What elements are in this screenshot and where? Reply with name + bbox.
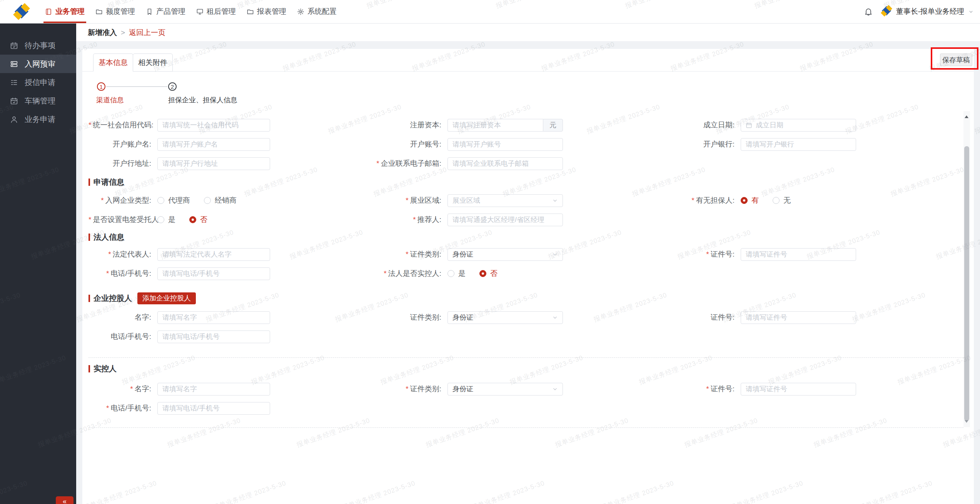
nav-item-label: 产品管理 (156, 7, 185, 17)
field-法人是否实控人-radio-否[interactable]: 否 (479, 269, 498, 279)
sidebar-item-入网预审[interactable]: 入网预审 (0, 55, 76, 73)
field-证件号 (741, 248, 856, 261)
sidebar-item-业务申请[interactable]: 业务申请 (0, 110, 76, 129)
sidebar-item-待办事项[interactable]: 待办事项 (0, 36, 76, 55)
section-title: 企业控股人 (93, 293, 132, 304)
nav-item-系统配置[interactable]: 系统配置 (296, 0, 338, 23)
save-draft-button[interactable]: 保存草稿 (940, 53, 972, 66)
step-circle-2: 2 (168, 82, 177, 91)
radio-dot (157, 216, 164, 223)
field-展业区域-value: 展业区域 (452, 196, 480, 205)
step-label: 担保企业、担保人信息 (168, 95, 237, 105)
field-法定代表人-input[interactable] (157, 248, 270, 261)
add-shareholder-button[interactable]: 添加企业控股人 (137, 292, 196, 304)
radio-dot (773, 197, 780, 204)
scrollbar-thumb[interactable] (964, 146, 969, 421)
nav-item-报表管理[interactable]: 报表管理 (245, 0, 288, 23)
scrollbar-down-arrow[interactable] (965, 420, 968, 425)
chevron-down-icon (552, 386, 558, 392)
sidebar-item-授信申请[interactable]: 授信申请 (0, 73, 76, 92)
field-label: 电话/手机号: (88, 269, 157, 279)
field-label: 证件号: (563, 384, 741, 394)
tab-基本信息[interactable]: 基本信息 (93, 53, 133, 72)
radio-label: 代理商 (168, 195, 190, 205)
field-名字-input[interactable] (157, 383, 270, 396)
field-证件类别-value: 身份证 (452, 313, 473, 322)
field-电话手机号 (157, 330, 270, 343)
journal-icon (45, 8, 52, 15)
field-label: 证件号: (563, 312, 741, 322)
field-统一社会信用代码-input[interactable] (157, 119, 270, 132)
user-menu[interactable]: 董事长-报单业务经理 (881, 5, 974, 18)
field-label: 证件类别: (270, 312, 447, 322)
field-有无担保人-radio-有[interactable]: 有 (741, 195, 759, 205)
field-label: 电话/手机号: (88, 332, 157, 342)
nav-item-label: 额度管理 (106, 7, 135, 17)
field-开户账户名-input[interactable] (157, 138, 270, 151)
field-label: 展业区域: (270, 195, 447, 205)
field-成立日期-date-picker[interactable]: 成立日期 (741, 119, 856, 132)
field-入网企业类型-radio-经销商[interactable]: 经销商 (204, 195, 237, 205)
field-开户银行-input[interactable] (741, 138, 856, 151)
nav-item-租后管理[interactable]: 租后管理 (195, 0, 237, 23)
chevron-down-icon (552, 252, 558, 257)
field-统一社会信用代码 (157, 119, 270, 132)
field-电话手机号-input[interactable] (157, 330, 270, 343)
scrollbar-up-arrow[interactable] (965, 113, 968, 118)
field-注册资本-group: 元 (447, 119, 563, 132)
field-证件类别: 身份证 (447, 248, 563, 261)
radio-label: 否 (200, 215, 207, 225)
field-证件类别-select[interactable]: 身份证 (447, 383, 563, 396)
field-证件号-input[interactable] (741, 383, 856, 396)
field-开户行地址-input[interactable] (157, 157, 270, 170)
field-法人是否实控人-radio-是[interactable]: 是 (447, 269, 466, 279)
field-证件类别: 身份证 (447, 383, 563, 396)
notification-bell-icon[interactable] (864, 7, 873, 16)
field-企业联系电子邮箱-input[interactable] (447, 157, 563, 170)
section-accent-bar (88, 179, 90, 186)
radio-dot (189, 216, 196, 223)
field-label: 有无担保人: (563, 195, 741, 205)
breadcrumb-current: 新增准入 (88, 28, 117, 38)
field-证件号-input[interactable] (741, 311, 856, 324)
top-navbar: 业务管理额度管理产品管理租后管理报表管理系统配置 董事长-报单业务经理 (0, 0, 980, 23)
field-证件号-input[interactable] (741, 248, 856, 261)
nav-item-业务管理[interactable]: 业务管理 (43, 0, 86, 23)
field-开户行地址 (157, 157, 270, 170)
radio-label: 是 (168, 215, 175, 225)
back-link[interactable]: 返回上一页 (129, 28, 165, 38)
field-证件类别-select[interactable]: 身份证 (447, 311, 563, 324)
field-有无担保人-radio-无[interactable]: 无 (773, 195, 791, 205)
sidebar-item-label: 待办事项 (25, 40, 55, 51)
field-入网企业类型: 代理商经销商 (157, 195, 270, 205)
sidebar-item-车辆管理[interactable]: 车辆管理 (0, 92, 76, 110)
field-注册资本-input[interactable] (447, 119, 543, 132)
field-开户账号-input[interactable] (447, 138, 563, 151)
form-row: 名字:证件类别:身份证证件号: (82, 379, 974, 399)
nav-item-产品管理[interactable]: 产品管理 (144, 0, 187, 23)
field-label: 证件号: (563, 249, 741, 259)
form-row: 电话/手机号: (82, 327, 974, 346)
step-circle-1: 1 (97, 82, 105, 91)
radio-label: 无 (783, 195, 791, 205)
scrollbar-track[interactable] (963, 111, 970, 427)
field-是否设置电签受托人-radio-group: 是否 (157, 215, 270, 225)
form-row: 开户账户名:开户账号:开户银行: (82, 135, 974, 154)
nav-item-额度管理[interactable]: 额度管理 (94, 0, 137, 23)
field-电话手机号-input[interactable] (157, 267, 270, 280)
field-是否设置电签受托人-radio-否[interactable]: 否 (189, 215, 207, 225)
field-入网企业类型-radio-代理商[interactable]: 代理商 (157, 195, 190, 205)
field-推荐人-input[interactable] (447, 214, 563, 226)
radio-label: 有 (751, 195, 759, 205)
tab-相关附件[interactable]: 相关附件 (133, 53, 173, 72)
form-row: 法定代表人:证件类别:身份证证件号: (82, 245, 974, 264)
field-展业区域-select[interactable]: 展业区域 (447, 194, 563, 207)
field-电话手机号-input[interactable] (157, 402, 270, 415)
calendar-icon (746, 122, 752, 129)
sidebar-collapse-button[interactable]: « (56, 496, 73, 504)
field-证件类别-select[interactable]: 身份证 (447, 248, 563, 261)
section-header-企业控股人: 企业控股人添加企业控股人 (82, 283, 974, 308)
field-是否设置电签受托人-radio-是[interactable]: 是 (157, 215, 175, 225)
field-名字-input[interactable] (157, 311, 270, 324)
dashed-divider (88, 427, 963, 428)
